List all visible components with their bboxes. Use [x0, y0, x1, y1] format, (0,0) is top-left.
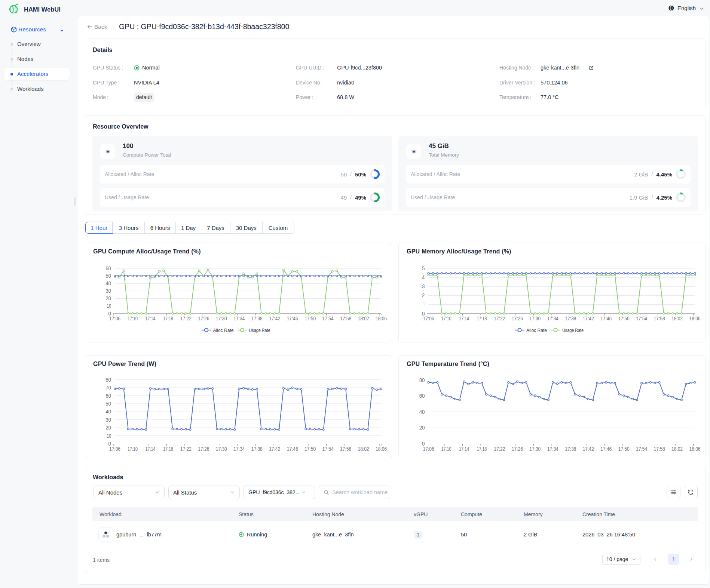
svg-text:17:46: 17:46 [287, 315, 298, 321]
svg-text:17:26: 17:26 [198, 315, 209, 321]
svg-text:20: 20 [105, 425, 111, 431]
svg-text:Alloc Rate: Alloc Rate [526, 327, 547, 333]
svg-text:17:38: 17:38 [251, 315, 263, 321]
svg-text:17:14: 17:14 [459, 315, 469, 321]
svg-text:40: 40 [419, 409, 425, 415]
svg-text:17:30: 17:30 [216, 315, 227, 321]
svg-text:18:02: 18:02 [358, 446, 369, 452]
svg-text:17:38: 17:38 [565, 315, 576, 321]
svg-text:17:58: 17:58 [654, 446, 665, 452]
svg-text:17:10: 17:10 [128, 446, 138, 452]
svg-text:30: 30 [105, 417, 111, 423]
svg-text:17:26: 17:26 [198, 446, 209, 452]
svg-text:Alloc Rate: Alloc Rate [213, 327, 234, 333]
svg-text:17:46: 17:46 [287, 446, 298, 452]
svg-text:17:06: 17:06 [423, 315, 434, 321]
svg-text:17:58: 17:58 [340, 446, 351, 452]
svg-text:17:42: 17:42 [583, 446, 594, 452]
svg-text:3: 3 [422, 283, 425, 289]
svg-text:17:38: 17:38 [565, 446, 576, 452]
svg-text:17:06: 17:06 [109, 315, 120, 321]
svg-text:4: 4 [422, 274, 425, 280]
svg-text:60: 60 [419, 393, 425, 399]
svg-text:50: 50 [105, 401, 111, 407]
svg-text:1: 1 [423, 301, 425, 307]
svg-text:17:54: 17:54 [636, 315, 647, 321]
svg-text:80: 80 [419, 377, 425, 383]
svg-text:17:22: 17:22 [494, 446, 505, 452]
svg-text:30: 30 [105, 288, 111, 294]
svg-text:18:06: 18:06 [689, 446, 701, 452]
svg-text:17:18: 17:18 [477, 315, 487, 321]
svg-text:17:42: 17:42 [269, 446, 280, 452]
svg-text:17:38: 17:38 [251, 446, 263, 452]
svg-text:17:06: 17:06 [109, 446, 120, 452]
svg-text:17:30: 17:30 [529, 315, 541, 321]
svg-text:17:30: 17:30 [216, 446, 227, 452]
svg-text:17:58: 17:58 [340, 315, 351, 321]
svg-text:18:06: 18:06 [689, 315, 701, 321]
svg-text:18:02: 18:02 [358, 315, 369, 321]
svg-text:17:42: 17:42 [269, 315, 280, 321]
svg-text:17:10: 17:10 [441, 446, 452, 452]
svg-text:17:54: 17:54 [636, 446, 647, 452]
svg-text:17:46: 17:46 [600, 446, 612, 452]
svg-text:70: 70 [105, 385, 111, 391]
svg-text:17:26: 17:26 [512, 446, 523, 452]
svg-text:17:34: 17:34 [547, 315, 558, 321]
svg-text:5: 5 [422, 265, 425, 271]
svg-text:17:54: 17:54 [322, 315, 334, 321]
svg-text:18:06: 18:06 [376, 446, 387, 452]
svg-text:17:30: 17:30 [529, 446, 541, 452]
svg-text:17:54: 17:54 [322, 446, 334, 452]
svg-text:17:42: 17:42 [583, 315, 594, 321]
svg-text:60: 60 [105, 393, 111, 399]
svg-text:17:18: 17:18 [477, 446, 487, 452]
svg-text:20: 20 [419, 425, 425, 431]
svg-text:17:46: 17:46 [600, 315, 612, 321]
svg-text:17:22: 17:22 [494, 315, 505, 321]
svg-text:80: 80 [105, 377, 111, 383]
svg-text:17:34: 17:34 [233, 315, 245, 321]
svg-text:17:14: 17:14 [459, 446, 469, 452]
svg-text:50: 50 [105, 273, 111, 279]
svg-text:17:34: 17:34 [547, 446, 558, 452]
svg-text:60: 60 [105, 265, 111, 271]
svg-text:17:50: 17:50 [618, 315, 630, 321]
svg-text:17:10: 17:10 [441, 315, 452, 321]
svg-text:18:02: 18:02 [671, 446, 683, 452]
svg-text:17:50: 17:50 [618, 446, 630, 452]
svg-text:Usage Rate: Usage Rate [562, 327, 584, 333]
svg-text:10: 10 [107, 303, 111, 309]
svg-text:40: 40 [105, 409, 111, 415]
svg-text:10: 10 [107, 433, 111, 439]
svg-text:17:22: 17:22 [180, 315, 192, 321]
svg-text:17:18: 17:18 [163, 446, 173, 452]
svg-text:40: 40 [105, 280, 111, 286]
svg-text:17:14: 17:14 [145, 446, 155, 452]
svg-text:17:10: 17:10 [128, 315, 138, 321]
svg-text:17:34: 17:34 [233, 446, 245, 452]
svg-text:17:18: 17:18 [163, 315, 173, 321]
svg-text:20: 20 [105, 295, 111, 301]
svg-text:18:06: 18:06 [376, 315, 387, 321]
svg-text:17:50: 17:50 [304, 446, 316, 452]
svg-text:17:22: 17:22 [180, 446, 192, 452]
svg-text:Usage Rate: Usage Rate [249, 327, 270, 333]
svg-text:17:06: 17:06 [423, 446, 434, 452]
svg-text:17:50: 17:50 [304, 315, 316, 321]
svg-text:17:14: 17:14 [145, 315, 155, 321]
svg-text:17:58: 17:58 [654, 315, 665, 321]
svg-text:18:02: 18:02 [671, 315, 683, 321]
svg-text:17:26: 17:26 [512, 315, 523, 321]
svg-text:2: 2 [422, 292, 425, 298]
